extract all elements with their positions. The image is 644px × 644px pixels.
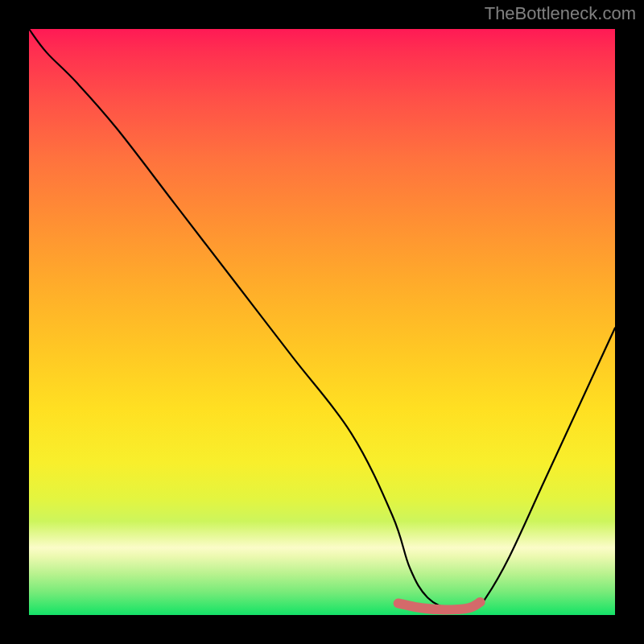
plot-area: [29, 29, 615, 615]
curve-svg: [29, 29, 615, 615]
bottleneck-curve: [29, 29, 615, 611]
highlight-flat-segment: [398, 602, 481, 609]
watermark-text: TheBottleneck.com: [485, 3, 636, 24]
